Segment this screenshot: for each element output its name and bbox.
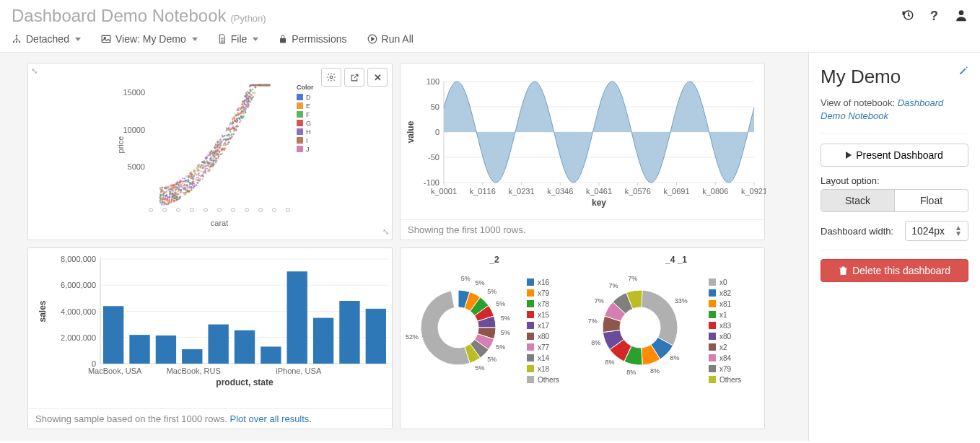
svg-point-902 — [166, 188, 167, 189]
layout-stack-button[interactable]: Stack — [821, 190, 894, 211]
svg-point-684 — [241, 110, 242, 112]
svg-text:x79: x79 — [538, 289, 550, 297]
svg-point-618 — [225, 139, 227, 141]
svg-point-835 — [160, 189, 162, 190]
tile-bar[interactable]: 02,000,0004,000,0006,000,0008,000,000Mac… — [27, 247, 393, 429]
delete-dashboard-button[interactable]: Delete this dashboard — [821, 259, 968, 282]
select-arrows-icon: ▲▼ — [955, 225, 962, 237]
svg-point-697 — [215, 144, 216, 145]
svg-text:price: price — [116, 136, 125, 154]
svg-point-659 — [215, 157, 216, 159]
svg-point-830 — [220, 153, 222, 154]
plot-over-all-link[interactable]: Plot over all results. — [230, 413, 312, 424]
svg-point-755 — [180, 192, 181, 193]
notebook-language: (Python) — [231, 13, 266, 24]
svg-point-863 — [235, 126, 237, 127]
svg-text:J: J — [306, 146, 310, 153]
history-icon[interactable] — [901, 9, 914, 24]
svg-point-1 — [959, 10, 964, 15]
svg-text:x83: x83 — [719, 322, 732, 330]
svg-point-896 — [193, 185, 195, 186]
svg-text:8%: 8% — [605, 359, 614, 366]
svg-text:k_0001: k_0001 — [431, 187, 457, 196]
svg-rect-1014 — [527, 289, 534, 297]
width-value: 1024px — [911, 225, 945, 237]
svg-point-573 — [226, 134, 227, 136]
svg-point-18 — [245, 209, 249, 212]
svg-point-396 — [201, 178, 203, 180]
svg-point-552 — [200, 175, 201, 177]
svg-rect-934 — [297, 120, 303, 126]
svg-point-922 — [216, 152, 217, 153]
svg-point-839 — [162, 196, 163, 198]
svg-rect-928 — [297, 94, 303, 100]
run-all-button[interactable]: Run All — [367, 33, 414, 45]
svg-rect-995 — [366, 309, 386, 364]
tile-donuts[interactable]: _25%5%5%5%5%5%5%5%5%52%x16x79x78x15x17x8… — [400, 247, 765, 429]
svg-text:x77: x77 — [538, 343, 550, 351]
user-icon[interactable] — [954, 8, 968, 25]
svg-point-828 — [206, 160, 207, 162]
svg-point-780 — [254, 87, 255, 88]
svg-point-881 — [249, 86, 250, 87]
svg-point-832 — [233, 128, 235, 129]
svg-point-362 — [243, 107, 245, 108]
chevron-down-icon — [192, 38, 198, 41]
layout-float-button[interactable]: Float — [894, 190, 968, 211]
svg-point-465 — [225, 144, 227, 146]
tile-sine[interactable]: -100-50050100k_0001k_0116k_0231k_0346k_0… — [400, 63, 765, 240]
svg-rect-1055 — [709, 343, 716, 351]
present-dashboard-button[interactable]: Present Dashboard — [821, 144, 968, 167]
svg-point-776 — [247, 105, 248, 107]
svg-point-760 — [214, 146, 216, 148]
svg-point-888 — [228, 133, 229, 135]
chevron-down-icon — [253, 38, 258, 41]
svg-point-778 — [178, 187, 180, 188]
tile-scatter[interactable]: ✕ ⤡ ⤡ 50001000015000caratpriceColorDEFGH… — [27, 63, 393, 240]
svg-text:x80: x80 — [538, 333, 550, 341]
svg-point-632 — [245, 100, 247, 102]
svg-text:7%: 7% — [608, 282, 618, 289]
svg-text:5%: 5% — [461, 275, 471, 282]
svg-point-560 — [190, 175, 191, 177]
svg-point-850 — [197, 183, 198, 184]
view-menu-label: View: My Demo — [115, 33, 186, 45]
svg-rect-1059 — [709, 365, 716, 372]
svg-point-862 — [164, 202, 165, 203]
svg-text:value: value — [406, 120, 416, 143]
svg-point-917 — [250, 101, 251, 102]
view-menu[interactable]: View: My Demo — [101, 33, 198, 45]
svg-point-920 — [248, 92, 250, 93]
svg-rect-986 — [129, 335, 149, 364]
svg-point-825 — [192, 183, 193, 184]
dashboard-width-select[interactable]: 1024px ▲▼ — [905, 221, 968, 241]
edit-name-icon[interactable] — [958, 66, 968, 78]
svg-point-443 — [213, 157, 214, 159]
permissions-button[interactable]: Permissions — [279, 33, 346, 45]
svg-point-176 — [186, 188, 188, 190]
svg-rect-1028 — [527, 365, 534, 372]
svg-point-910 — [213, 163, 214, 165]
run-all-label: Run All — [382, 33, 414, 45]
svg-point-788 — [220, 139, 222, 140]
svg-rect-1047 — [709, 300, 716, 307]
help-icon[interactable]: ? — [930, 9, 938, 24]
notebook-title: Dashboard Demo Notebook — [12, 6, 227, 26]
svg-text:sales: sales — [38, 300, 48, 322]
svg-point-200 — [241, 103, 242, 105]
svg-text:x82: x82 — [719, 289, 732, 297]
svg-point-924 — [219, 146, 221, 148]
svg-point-654 — [162, 187, 163, 188]
svg-text:x17: x17 — [538, 322, 550, 330]
svg-rect-1024 — [527, 343, 534, 351]
layout-option-label: Layout option: — [821, 175, 968, 186]
svg-text:5%: 5% — [475, 364, 484, 372]
svg-point-882 — [234, 129, 235, 131]
file-menu[interactable]: File — [218, 33, 259, 45]
cluster-menu[interactable]: Detached — [12, 33, 81, 45]
svg-point-581 — [173, 200, 175, 201]
svg-point-636 — [180, 196, 181, 198]
svg-text:x0: x0 — [719, 278, 727, 286]
svg-text:-100: -100 — [424, 178, 439, 187]
svg-point-852 — [237, 120, 238, 121]
